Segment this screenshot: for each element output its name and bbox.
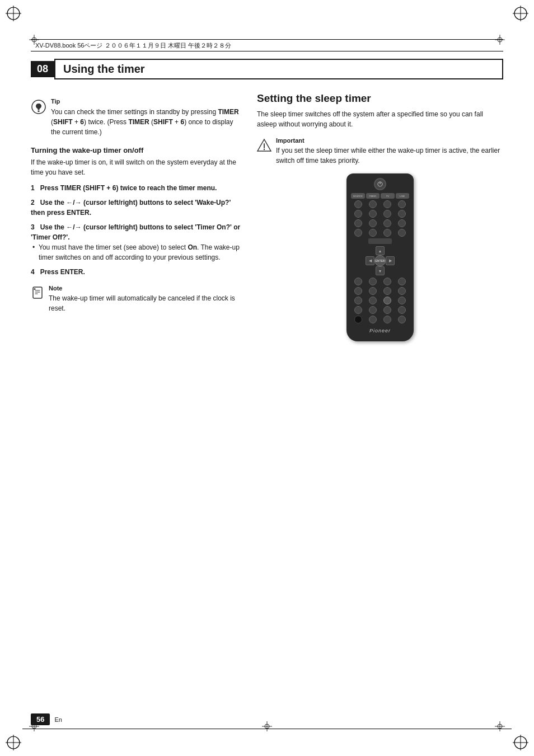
left-column: Tip You can check the timer settings in … (31, 92, 243, 700)
remote-btn-7-2 (369, 297, 377, 304)
remote-btn-1-1 (354, 200, 362, 208)
remote-power-btn (374, 178, 386, 190)
remote-btn-8-2 (369, 306, 377, 314)
remote-btn-9-2 (369, 316, 377, 323)
svg-rect-28 (38, 111, 40, 112)
remote-container: SOURCE TIMER TV LINK (257, 173, 503, 341)
remote-button-rows: ▲ ◀ ENTER ▶ (351, 200, 409, 323)
note-box: Note The wake-up timer will automaticall… (31, 285, 243, 313)
remote-brand: Pioneer (351, 328, 409, 334)
step-4: 4 Press ENTER. (31, 267, 243, 277)
remote-btn-6-2 (369, 287, 377, 295)
remote-btn-6-1 (354, 287, 362, 295)
chapter-title-box: Using the timer (54, 59, 503, 79)
remote-btn-3-2 (369, 219, 377, 227)
page-lang: En (54, 716, 62, 723)
step-3-text: 3 Use the ←/→ (cursor left/right) button… (31, 222, 243, 242)
svg-point-32 (264, 149, 265, 150)
svg-point-30 (34, 288, 36, 290)
remote-btn-5-1 (354, 278, 362, 285)
remote-btn-3-3 (383, 219, 391, 227)
remote-btn-1-3 (383, 200, 391, 208)
remote-btn-4-1 (354, 229, 362, 237)
remote-btn-2-3 (383, 210, 391, 218)
remote-source-btn: SOURCE (351, 193, 365, 199)
remote-row-3 (351, 219, 409, 227)
dpad-right: ▶ (386, 256, 395, 265)
remote-btn-6-3 (383, 287, 391, 295)
remote-row-7 (351, 297, 409, 304)
dpad-up: ▲ (376, 246, 385, 255)
remote-btn-7-3 (383, 297, 391, 304)
page-footer: 56 En (31, 713, 62, 725)
remote-btn-4-3 (383, 229, 391, 237)
reg-mark-tl (6, 6, 21, 21)
remote-control: SOURCE TIMER TV LINK (346, 173, 414, 341)
remote-top (351, 178, 409, 190)
remote-btn-3-1 (354, 219, 362, 227)
remote-function-buttons: SOURCE TIMER TV LINK (351, 193, 409, 199)
dpad-left: ◀ (366, 256, 374, 265)
remote-btn-2-2 (369, 210, 377, 218)
crosshair-br (495, 721, 505, 731)
sleep-timer-intro: The sleep timer switches off the system … (257, 109, 503, 129)
remote-btn-4-4 (398, 229, 406, 237)
remote-row-2 (351, 210, 409, 218)
note-content-block: Note The wake-up timer will automaticall… (49, 285, 243, 313)
important-icon (257, 138, 271, 156)
step-1-text: 1 Press TIMER (SHIFT + 6) twice to reach… (31, 183, 243, 193)
remote-row-6 (351, 287, 409, 295)
remote-btn-1-2 (369, 200, 377, 208)
remote-btn-7-4 (398, 297, 406, 304)
remote-tv-btn: TV (381, 193, 395, 199)
remote-btn-8-4 (398, 306, 406, 314)
book-info: XV-DV88.book 56ページ ２００６年１１月９日 木曜日 午後２時２８… (35, 41, 231, 50)
tip-content-block: Tip You can check the timer settings in … (51, 98, 243, 137)
dpad-down: ▼ (376, 266, 385, 275)
remote-btn-8-1 (354, 306, 362, 314)
step-4-text: 4 Press ENTER. (31, 267, 243, 277)
remote-btn-3-4 (398, 219, 406, 227)
important-text: If you set the sleep timer while either … (276, 145, 503, 166)
wake-up-heading: Turning the wake-up timer on/off (31, 146, 243, 154)
important-box: Important If you set the sleep timer whi… (257, 137, 503, 166)
remote-row-8 (351, 306, 409, 314)
remote-btn-5-4 (398, 278, 406, 285)
remote-dpad: ▲ ◀ ENTER ▶ (366, 246, 395, 275)
remote-row-5 (351, 278, 409, 285)
right-column: Setting the sleep timer The sleep timer … (257, 92, 503, 700)
remote-row-9 (351, 316, 409, 323)
sleep-timer-title: Setting the sleep timer (257, 92, 503, 105)
tip-text: You can check the timer settings in stan… (51, 107, 243, 137)
wake-up-intro: If the wake-up timer is on, it will swit… (31, 157, 243, 177)
remote-btn-2-4 (398, 210, 406, 218)
step-2: 2 Use the ←/→ (cursor left/right) button… (31, 198, 243, 218)
remote-timer-btn: TIMER (366, 193, 380, 199)
remote-btn-5-2 (369, 278, 377, 285)
reg-mark-bl (6, 735, 21, 750)
remote-btn-7-1 (354, 297, 362, 304)
remote-btn-5-3 (383, 278, 391, 285)
dpad-enter: ENTER (374, 255, 386, 266)
remote-row-1 (351, 200, 409, 208)
remote-row-4 (351, 229, 409, 237)
step-2-text: 2 Use the ←/→ (cursor left/right) button… (31, 198, 243, 218)
step-3-bullet: You must have the timer set (see above) … (31, 242, 243, 262)
reg-mark-tr (513, 6, 528, 21)
important-label: Important (276, 137, 503, 144)
remote-btn-1-4 (398, 200, 406, 208)
remote-btn-8-3 (383, 306, 391, 314)
tip-box: Tip You can check the timer settings in … (31, 98, 243, 137)
reg-mark-br (513, 735, 528, 750)
header-bar: XV-DV88.book 56ページ ２００６年１１月９日 木曜日 午後２時２８… (31, 39, 503, 51)
tip-icon (31, 99, 46, 117)
bottom-rule (22, 729, 512, 729)
wake-up-section: Turning the wake-up timer on/off If the … (31, 146, 243, 277)
chapter-title: Using the timer (63, 63, 145, 75)
step-3: 3 Use the ←/→ (cursor left/right) button… (31, 222, 243, 262)
content-area: Tip You can check the timer settings in … (31, 92, 503, 700)
tip-label: Tip (51, 98, 243, 105)
remote-wide-btn (368, 238, 392, 244)
remote-btn-6-4 (398, 287, 406, 295)
remote-btn-4-2 (369, 229, 377, 237)
